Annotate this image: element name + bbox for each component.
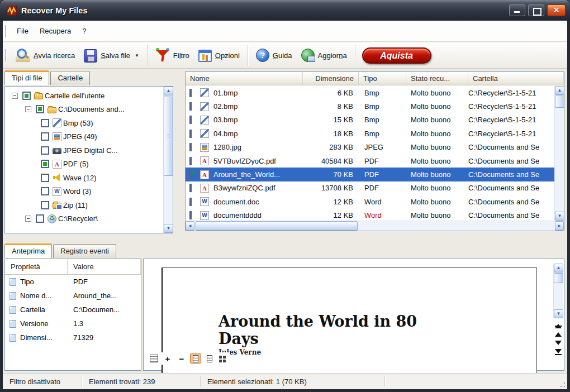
tree-item[interactable]: Wave (12) — [5, 171, 173, 185]
row-checkbox[interactable] — [189, 198, 192, 206]
file-row[interactable]: 04.bmp 18 KB Bmp Molto buono C:\Recycler… — [186, 127, 554, 140]
file-list-hscroll-thumb[interactable] — [196, 221, 358, 231]
tab-preview[interactable]: Anteprima — [4, 243, 52, 258]
row-checkbox[interactable] — [189, 143, 192, 151]
thumbnails-icon[interactable] — [218, 353, 229, 364]
column-header-name[interactable]: Nome — [186, 72, 303, 85]
tab-file-types[interactable]: Tipi di file — [4, 70, 49, 85]
tree-item[interactable]: Word (3) — [5, 185, 173, 199]
scroll-right-icon[interactable]: ► — [555, 221, 564, 231]
file-row[interactable]: 03.bmp 15 KB Bmp Molto buono C:\Recycler… — [186, 113, 554, 127]
tree-item[interactable]: JPEG (49) — [5, 130, 173, 144]
file-list-hscrollbar[interactable]: ◄ ► — [186, 221, 564, 231]
file-list-vscrollbar[interactable]: ▲ ▼ — [554, 86, 564, 221]
row-checkbox[interactable] — [189, 157, 192, 165]
scroll-down-icon[interactable]: ▼ — [164, 224, 173, 233]
row-checkbox-checked[interactable] — [189, 170, 192, 179]
start-search-button[interactable]: Avvia ricerca — [11, 46, 79, 64]
tree-checkbox[interactable] — [41, 174, 49, 182]
tree-checkbox[interactable] — [41, 160, 49, 168]
properties-header: Proprietà Valore — [5, 259, 141, 275]
zoom-in-icon[interactable] — [162, 353, 173, 364]
bottom-tab-strip: Anteprima Registro eventi — [4, 243, 117, 258]
previous-page-icon[interactable] — [553, 332, 563, 337]
scroll-up-icon[interactable]: ▲ — [164, 87, 173, 95]
tab-folders[interactable]: Cartelle — [50, 71, 90, 85]
minimize-button[interactable] — [509, 4, 525, 16]
options-button[interactable]: Opzioni — [194, 47, 244, 64]
column-header-status[interactable]: Stato recu... — [406, 72, 468, 85]
recycler-icon — [48, 214, 56, 223]
tree-scrollbar[interactable]: ▲ ▼ — [163, 87, 173, 233]
wave-file-icon — [53, 173, 61, 182]
row-checkbox[interactable] — [189, 130, 192, 138]
maximize-button[interactable] — [528, 4, 544, 16]
tree-checkbox[interactable] — [41, 187, 49, 195]
file-row[interactable]: 02.bmp 8 KB Bmp Molto buono C:\Recycler\… — [186, 99, 554, 113]
tree-checkbox[interactable] — [36, 105, 44, 113]
folder-icon — [48, 107, 56, 113]
file-row[interactable]: document.doc 12 KB Word Molto buono C:\D… — [186, 195, 554, 208]
last-page-icon[interactable] — [553, 349, 563, 355]
menu-recupera[interactable]: Recupera — [34, 25, 77, 37]
title-bar[interactable]: Recover My Files — [0, 0, 570, 21]
tree-item[interactable]: Cartelle dell'utente — [5, 89, 173, 103]
next-page-icon[interactable] — [553, 341, 563, 345]
tree-scroll-thumb[interactable] — [164, 97, 173, 176]
update-button[interactable]: Aggiorna — [297, 47, 352, 64]
tree-item[interactable]: JPEG Digital C... — [5, 144, 173, 157]
scroll-left-icon[interactable]: ◄ — [186, 221, 194, 231]
tree-checkbox[interactable] — [36, 214, 44, 223]
row-checkbox[interactable] — [189, 89, 192, 97]
file-row[interactable]: 5VTBuvfZDyoC.pdf 40584 KB PDF Molto buon… — [186, 154, 554, 168]
preview-scrollbar[interactable]: ▲ ▼ — [553, 264, 563, 318]
row-checkbox[interactable] — [189, 184, 192, 192]
zoom-out-icon[interactable] — [176, 353, 187, 364]
filter-button[interactable]: Filtro — [151, 46, 194, 64]
tree-item[interactable]: Zip (11) — [5, 198, 173, 212]
tree-checkbox[interactable] — [22, 92, 31, 100]
column-header-size[interactable]: Dimensione — [303, 72, 359, 85]
save-files-button[interactable]: Salva file ▼ — [79, 46, 144, 64]
one-page-icon[interactable] — [190, 353, 201, 364]
file-row[interactable]: documentdddd 12 KB Word Molto buono C:\D… — [186, 209, 554, 221]
menu-file[interactable]: File — [11, 25, 34, 37]
close-button[interactable] — [547, 4, 566, 16]
preview-scroll-thumb[interactable] — [554, 273, 563, 283]
file-row[interactable]: 01.bmp 6 KB Bmp Molto buono C:\Recycler\… — [186, 86, 554, 99]
tree-item[interactable]: Bmp (53) — [5, 116, 173, 130]
file-list-vscroll-thumb[interactable] — [555, 95, 564, 108]
tree-item[interactable]: PDF (5) — [5, 157, 173, 171]
scroll-up-icon[interactable]: ▲ — [554, 264, 563, 273]
row-checkbox[interactable] — [189, 211, 192, 219]
menu-help[interactable]: ? — [77, 25, 92, 37]
help-button[interactable]: Guida — [251, 47, 297, 64]
tree-checkbox[interactable] — [41, 119, 49, 127]
column-header-folder[interactable]: Cartella — [468, 72, 564, 85]
file-row[interactable]: B3wywfzniZQC.pdf 13708 KB PDF Molto buon… — [186, 181, 554, 195]
tab-event-log[interactable]: Registro eventi — [53, 244, 116, 258]
tree-item[interactable]: C:\Documents and... — [5, 103, 173, 117]
file-row[interactable]: 1280.jpg 283 KB JPEG Molto buono C:\Docu… — [186, 141, 554, 154]
scroll-down-icon[interactable]: ▼ — [554, 309, 563, 318]
buy-button[interactable]: Aquista — [362, 47, 431, 64]
file-row-selected[interactable]: Around_the_World... 70 KB PDF Molto buon… — [186, 168, 554, 181]
resize-grip[interactable] — [558, 380, 566, 388]
scroll-up-icon[interactable]: ▲ — [555, 86, 564, 95]
tree-checkbox[interactable] — [41, 146, 49, 155]
column-header-type[interactable]: Tipo — [359, 72, 406, 85]
first-page-icon[interactable] — [553, 326, 563, 328]
collapse-icon[interactable] — [25, 216, 31, 222]
collapse-icon[interactable] — [25, 106, 31, 112]
status-filter: Filtro disattivato — [3, 376, 82, 387]
two-page-icon[interactable] — [204, 353, 215, 364]
tree-checkbox[interactable] — [41, 201, 49, 209]
tree-item[interactable]: C:\Recycler\ — [5, 212, 173, 226]
collapse-icon[interactable] — [12, 93, 18, 99]
row-checkbox[interactable] — [189, 102, 192, 111]
text-view-icon[interactable] — [148, 353, 159, 364]
tree-checkbox[interactable] — [41, 132, 49, 141]
scroll-down-icon[interactable]: ▼ — [555, 212, 564, 221]
row-checkbox[interactable] — [189, 116, 192, 124]
save-dropdown-icon[interactable]: ▼ — [135, 53, 139, 58]
